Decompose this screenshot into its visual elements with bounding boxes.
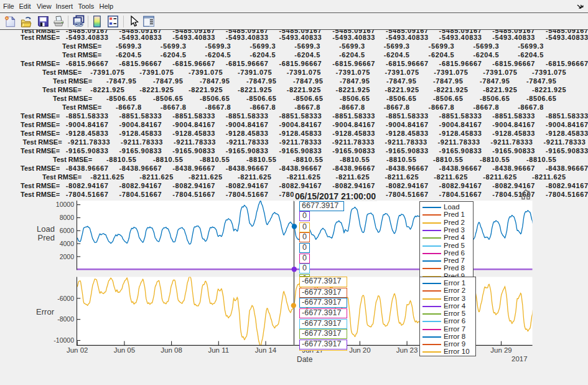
svg-text:-10000: -10000 (54, 336, 74, 344)
svg-text:-8000: -8000 (57, 315, 74, 323)
svg-text:8000: 8000 (60, 214, 75, 221)
svg-text:10000: 10000 (56, 201, 74, 208)
svg-text:Jun 23: Jun 23 (396, 346, 418, 354)
svg-text:2017: 2017 (511, 355, 528, 363)
svg-text:6000: 6000 (60, 227, 75, 234)
svg-text:Jun 05: Jun 05 (114, 346, 136, 354)
svg-text:Pred: Pred (38, 233, 55, 242)
svg-text:2000: 2000 (60, 253, 75, 260)
svg-text:Jun 29: Jun 29 (490, 346, 512, 354)
svg-text:Jun 08: Jun 08 (161, 346, 182, 354)
svg-text:Jun 20: Jun 20 (349, 346, 371, 354)
svg-text:Date: Date (297, 355, 313, 364)
svg-text:-6000: -6000 (57, 295, 74, 302)
svg-text:Jun 02: Jun 02 (67, 346, 88, 354)
svg-text:Load: Load (37, 224, 55, 234)
svg-text:Jun 14: Jun 14 (255, 346, 277, 354)
svg-text:4000: 4000 (60, 240, 75, 247)
svg-text:Jun 11: Jun 11 (208, 346, 229, 354)
svg-text:Error: Error (36, 307, 55, 316)
